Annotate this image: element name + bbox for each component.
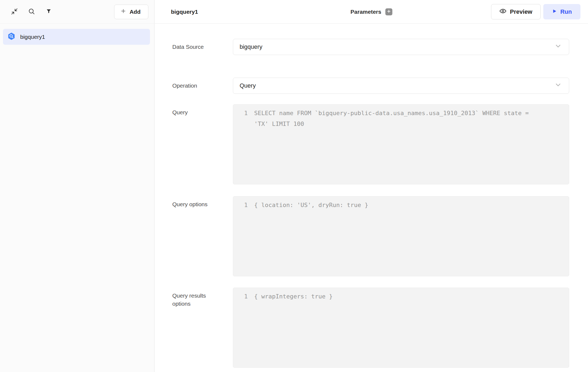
page-title: bigquery1 [171,9,198,15]
run-button[interactable]: Run [543,4,580,19]
operation-value: Query [240,82,256,89]
data-source-row: Data Source bigquery [172,39,569,55]
query-placeholder-text: SELECT name FROM `bigquery-public-data.u… [254,108,540,129]
filter-icon [46,8,52,15]
run-button-label: Run [560,8,572,15]
main-panel: bigquery1 Parameters Preview [155,0,588,372]
data-source-label: Data Source [172,39,233,51]
search-icon [28,8,35,16]
line-number: 1 [233,291,254,302]
parameters-label: Parameters [351,9,381,15]
query-list: bigquery1 [0,24,154,45]
query-results-options-label: Query results options [172,288,233,308]
operation-label: Operation [172,78,233,90]
query-label: Query [172,104,233,116]
data-source-select[interactable]: bigquery [233,39,569,55]
collapse-panel-button[interactable] [8,6,20,18]
query-code-editor[interactable]: 1 SELECT name FROM `bigquery-public-data… [233,104,569,184]
plus-icon [120,8,126,15]
chevron-down-icon [554,42,562,51]
line-number: 1 [233,200,254,211]
parameters-section: Parameters [351,8,392,15]
query-results-options-placeholder-text: { wrapIntegers: true } [254,291,540,302]
main-header: bigquery1 Parameters Preview [155,0,588,24]
preview-button[interactable]: Preview [491,4,541,19]
chevron-down-icon [554,81,562,90]
sidebar-topbar: Add [0,0,154,24]
add-button-label: Add [130,9,141,15]
add-parameter-button[interactable] [385,8,392,15]
line-number: 1 [233,108,254,119]
query-results-options-code-editor[interactable]: 1 { wrapIntegers: true } [233,288,569,368]
query-results-options-row: Query results options 1 { wrapIntegers: … [172,288,569,368]
header-actions: Preview Run [491,4,580,19]
play-icon [552,8,557,15]
preview-button-label: Preview [510,8,532,15]
sidebar-item-bigquery1[interactable]: bigquery1 [3,29,150,45]
collapse-icon [11,8,18,16]
filter-button[interactable] [43,6,55,18]
query-row: Query 1 SELECT name FROM `bigquery-publi… [172,104,569,184]
data-source-value: bigquery [240,43,262,50]
sidebar: Add bigquery1 [0,0,155,372]
operation-select[interactable]: Query [233,78,569,94]
operation-row: Operation Query [172,78,569,94]
sidebar-item-label: bigquery1 [20,34,45,40]
query-options-label: Query options [172,196,233,208]
add-query-button[interactable]: Add [114,5,148,19]
eye-icon [499,8,506,16]
query-form: Data Source bigquery Operation Query [155,24,588,368]
plus-icon [387,9,391,15]
bigquery-icon [7,32,16,42]
query-options-placeholder-text: { location: 'US', dryRun: true } [254,200,540,211]
search-button[interactable] [25,6,38,18]
query-options-code-editor[interactable]: 1 { location: 'US', dryRun: true } [233,196,569,276]
query-options-row: Query options 1 { location: 'US', dryRun… [172,196,569,276]
